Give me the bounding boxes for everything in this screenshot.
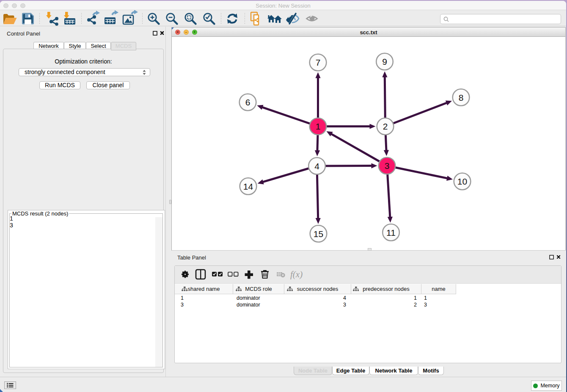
svg-text:3: 3	[385, 161, 390, 171]
svg-text:6: 6	[245, 97, 250, 107]
svg-text:10: 10	[457, 177, 467, 186]
svg-text:14: 14	[243, 182, 253, 191]
svg-text:15: 15	[314, 229, 323, 239]
svg-text:8: 8	[459, 93, 464, 102]
svg-text:9: 9	[382, 57, 387, 66]
svg-text:f(x): f(x)	[290, 269, 303, 279]
svg-text:4: 4	[314, 161, 319, 171]
svg-text:11: 11	[386, 228, 396, 237]
svg-text:7: 7	[316, 58, 321, 67]
svg-text:1: 1	[316, 121, 321, 131]
svg-text:2: 2	[383, 121, 388, 131]
